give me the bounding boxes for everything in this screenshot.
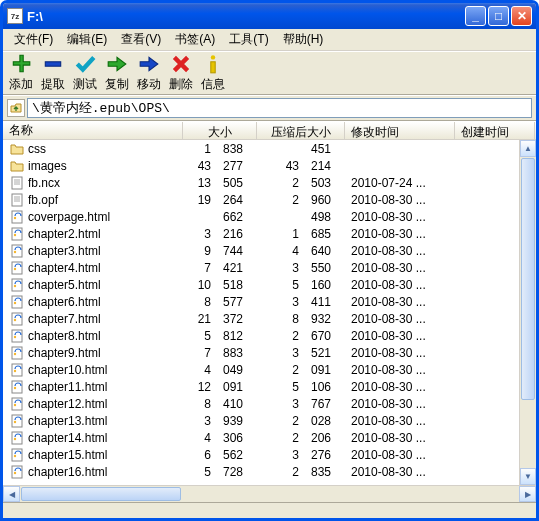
extract-button[interactable]: 提取 <box>37 53 69 93</box>
header-ctime[interactable]: 创建时间 <box>455 122 535 139</box>
scroll-thumb-h[interactable] <box>21 487 181 501</box>
table-row[interactable]: chapter9.html788335212010-08-30 ... <box>3 344 536 361</box>
table-row[interactable]: images4327743214 <box>3 157 536 174</box>
header-size[interactable]: 大小 <box>183 122 257 139</box>
table-row[interactable]: chapter10.html404920912010-08-30 ... <box>3 361 536 378</box>
menu-file[interactable]: 文件(F) <box>7 29 60 50</box>
header-compressed[interactable]: 压缩后大小 <box>257 122 345 139</box>
maximize-button[interactable]: □ <box>488 6 509 26</box>
file-size-thousands: 7 <box>183 346 217 360</box>
menu-tools[interactable]: 工具(T) <box>222 29 275 50</box>
titlebar[interactable]: 7z F:\ _ □ ✕ <box>3 3 536 29</box>
file-name: chapter2.html <box>28 227 101 241</box>
table-row[interactable]: chapter11.html1209151062010-08-30 ... <box>3 378 536 395</box>
table-row[interactable]: chapter6.html857734112010-08-30 ... <box>3 293 536 310</box>
file-icon <box>9 176 25 190</box>
table-row[interactable]: chapter2.html321616852010-08-30 ... <box>3 225 536 242</box>
toolbar: 添加 提取 测试 复制 移动 删除 信息 <box>3 51 536 95</box>
scroll-up-icon[interactable]: ▲ <box>520 140 536 157</box>
menu-help[interactable]: 帮助(H) <box>276 29 331 50</box>
file-compressed-thousands: 4 <box>257 244 305 258</box>
test-button[interactable]: 测试 <box>69 53 101 93</box>
file-mtime: 2010-08-30 ... <box>345 414 455 428</box>
table-row[interactable]: css1838451 <box>3 140 536 157</box>
scroll-down-icon[interactable]: ▼ <box>520 468 536 485</box>
svg-rect-0 <box>45 62 60 66</box>
table-row[interactable]: coverpage.html6624982010-08-30 ... <box>3 208 536 225</box>
check-icon <box>74 53 96 75</box>
file-size-units: 883 <box>217 346 257 360</box>
file-compressed-thousands: 5 <box>257 380 305 394</box>
file-size-units: 744 <box>217 244 257 258</box>
table-row[interactable]: chapter14.html430622062010-08-30 ... <box>3 429 536 446</box>
table-row[interactable]: fb.opf1926429602010-08-30 ... <box>3 191 536 208</box>
folder-icon <box>9 142 25 156</box>
file-compressed-thousands: 43 <box>257 159 305 173</box>
add-button[interactable]: 添加 <box>5 53 37 93</box>
file-size-thousands: 5 <box>183 329 217 343</box>
svg-rect-2 <box>211 62 215 73</box>
file-size-units: 505 <box>217 176 257 190</box>
file-compressed-units: 091 <box>305 363 345 377</box>
scroll-right-icon[interactable]: ▶ <box>519 486 536 502</box>
menu-view[interactable]: 查看(V) <box>114 29 168 50</box>
file-name: fb.opf <box>28 193 58 207</box>
file-name: fb.ncx <box>28 176 60 190</box>
header-mtime[interactable]: 修改时间 <box>345 122 455 139</box>
close-button[interactable]: ✕ <box>511 6 532 26</box>
copy-button[interactable]: 复制 <box>101 53 133 93</box>
file-compressed-units: 640 <box>305 244 345 258</box>
file-compressed-units: 276 <box>305 448 345 462</box>
file-mtime: 2010-08-30 ... <box>345 448 455 462</box>
table-row[interactable]: chapter3.html974446402010-08-30 ... <box>3 242 536 259</box>
table-row[interactable]: chapter15.html656232762010-08-30 ... <box>3 446 536 463</box>
html-icon <box>9 397 25 411</box>
svg-point-42 <box>14 471 16 473</box>
file-compressed-units: 550 <box>305 261 345 275</box>
file-size-units: 277 <box>217 159 257 173</box>
scroll-thumb[interactable] <box>521 158 535 400</box>
file-mtime: 2010-08-30 ... <box>345 295 455 309</box>
html-icon <box>9 278 25 292</box>
file-compressed-thousands: 2 <box>257 465 305 479</box>
info-button[interactable]: 信息 <box>197 53 229 93</box>
file-compressed-units: 767 <box>305 397 345 411</box>
file-mtime: 2010-08-30 ... <box>345 278 455 292</box>
up-button[interactable] <box>7 99 25 117</box>
scroll-left-icon[interactable]: ◀ <box>3 486 20 502</box>
file-size-thousands: 8 <box>183 397 217 411</box>
svg-point-18 <box>14 267 16 269</box>
table-row[interactable]: chapter16.html572828352010-08-30 ... <box>3 463 536 480</box>
folder-icon <box>9 159 25 173</box>
horizontal-scrollbar[interactable]: ◀ ▶ <box>3 485 536 502</box>
path-input[interactable] <box>27 98 532 118</box>
svg-rect-7 <box>12 194 22 206</box>
table-row[interactable]: chapter12.html841037672010-08-30 ... <box>3 395 536 412</box>
table-row[interactable]: chapter13.html393920282010-08-30 ... <box>3 412 536 429</box>
info-icon <box>202 53 224 75</box>
header-name[interactable]: 名称 <box>3 122 183 139</box>
vertical-scrollbar[interactable]: ▲ ▼ <box>519 140 536 485</box>
file-mtime: 2010-08-30 ... <box>345 244 455 258</box>
file-compressed-units: 498 <box>305 210 345 224</box>
file-size-thousands: 5 <box>183 465 217 479</box>
file-name: chapter10.html <box>28 363 107 377</box>
file-list: 名称 大小 压缩后大小 修改时间 创建时间 css1838451images43… <box>3 121 536 485</box>
delete-button[interactable]: 删除 <box>165 53 197 93</box>
html-icon <box>9 295 25 309</box>
file-compressed-units: 206 <box>305 431 345 445</box>
table-row[interactable]: chapter4.html742135502010-08-30 ... <box>3 259 536 276</box>
file-size-units: 838 <box>217 142 257 156</box>
file-name: chapter15.html <box>28 448 107 462</box>
table-row[interactable]: fb.ncx1350525032010-07-24 ... <box>3 174 536 191</box>
file-compressed-units: 503 <box>305 176 345 190</box>
move-button[interactable]: 移动 <box>133 53 165 93</box>
minimize-button[interactable]: _ <box>465 6 486 26</box>
svg-point-40 <box>14 454 16 456</box>
table-row[interactable]: chapter5.html1051851602010-08-30 ... <box>3 276 536 293</box>
table-row[interactable]: chapter8.html581226702010-08-30 ... <box>3 327 536 344</box>
menu-bookmark[interactable]: 书签(A) <box>168 29 222 50</box>
table-row[interactable]: chapter7.html2137289322010-08-30 ... <box>3 310 536 327</box>
html-icon <box>9 346 25 360</box>
menu-edit[interactable]: 编辑(E) <box>60 29 114 50</box>
